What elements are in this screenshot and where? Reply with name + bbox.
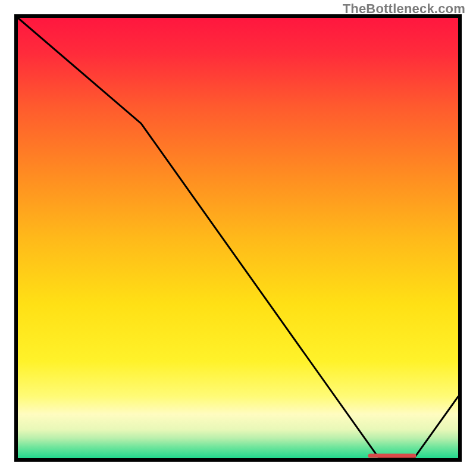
chart-container: TheBottleneck.com bbox=[0, 0, 476, 476]
plot-background bbox=[18, 18, 458, 458]
bottleneck-chart bbox=[0, 0, 476, 476]
watermark-label: TheBottleneck.com bbox=[343, 1, 465, 17]
